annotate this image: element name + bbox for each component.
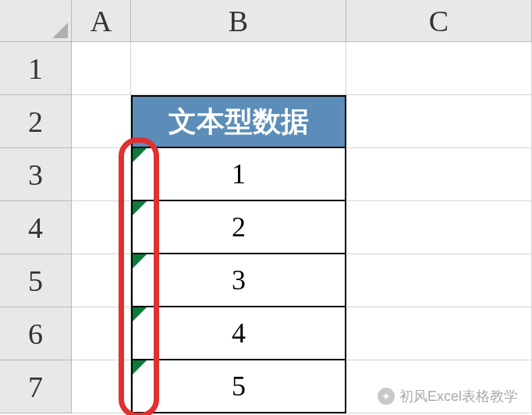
cell-b5[interactable]: 3 xyxy=(131,254,346,307)
cell-a4[interactable] xyxy=(72,201,131,254)
text-format-indicator-icon xyxy=(133,148,147,162)
col-head-c[interactable]: C xyxy=(346,0,532,42)
row-head-5[interactable]: 5 xyxy=(0,254,72,307)
cell-b1[interactable] xyxy=(131,42,346,95)
col-label: A xyxy=(90,4,112,38)
cell-c1[interactable] xyxy=(346,42,532,95)
cell-c4[interactable] xyxy=(346,201,532,254)
text-format-indicator-icon xyxy=(133,360,147,374)
watermark-text: 初风Excel表格教学 xyxy=(399,387,518,406)
row-head-7[interactable]: 7 xyxy=(0,360,72,413)
svg-marker-0 xyxy=(52,23,68,38)
row-label: 5 xyxy=(28,264,43,298)
row-label: 6 xyxy=(28,317,43,351)
select-all-corner[interactable] xyxy=(0,0,72,42)
row-label: 2 xyxy=(28,105,43,139)
spreadsheet: A B C 1 2 3 4 5 6 7 文本型数据 1 xyxy=(0,0,532,415)
row-label: 4 xyxy=(28,211,43,245)
row-label: 1 xyxy=(28,51,43,86)
cell-b7[interactable]: 5 xyxy=(131,360,346,413)
col-head-b[interactable]: B xyxy=(131,0,346,42)
row-head-3[interactable]: 3 xyxy=(0,148,72,201)
cell-value: 5 xyxy=(232,370,246,403)
cell-c5[interactable] xyxy=(346,254,532,307)
cell-b6[interactable]: 4 xyxy=(131,307,346,360)
row-label: 3 xyxy=(28,158,43,192)
watermark: ✦ 初风Excel表格教学 xyxy=(378,387,518,406)
cell-a3[interactable] xyxy=(72,148,131,201)
wechat-icon: ✦ xyxy=(378,388,395,405)
cell-a5[interactable] xyxy=(72,254,131,307)
cell-a7[interactable] xyxy=(72,360,131,413)
cell-c3[interactable] xyxy=(346,148,532,201)
cell-a6[interactable] xyxy=(72,307,131,360)
text-format-indicator-icon xyxy=(133,254,147,268)
cell-a1[interactable] xyxy=(72,42,131,95)
cell-value: 4 xyxy=(232,317,246,349)
cell-grid: 文本型数据 1 2 3 xyxy=(72,42,532,413)
cell-value: 2 xyxy=(232,211,246,243)
text-format-indicator-icon xyxy=(133,201,147,215)
row-head-6[interactable]: 6 xyxy=(0,307,72,360)
cell-c6[interactable] xyxy=(346,307,532,360)
col-head-a[interactable]: A xyxy=(72,0,131,42)
cell-b4[interactable]: 2 xyxy=(131,201,346,254)
row-head-1[interactable]: 1 xyxy=(0,42,72,95)
select-all-icon xyxy=(52,23,68,38)
cell-value: 3 xyxy=(232,264,246,296)
text-format-indicator-icon xyxy=(133,307,147,321)
col-label: C xyxy=(429,4,449,38)
cell-c2[interactable] xyxy=(346,95,532,148)
column-headers: A B C xyxy=(72,0,532,42)
cell-a2[interactable] xyxy=(72,95,131,148)
cell-b3[interactable]: 1 xyxy=(131,148,346,201)
row-headers: 1 2 3 4 5 6 7 xyxy=(0,42,72,413)
cell-value: 1 xyxy=(232,158,246,190)
row-head-4[interactable]: 4 xyxy=(0,201,72,254)
row-head-2[interactable]: 2 xyxy=(0,95,72,148)
row-label: 7 xyxy=(28,370,43,404)
cell-b2-header[interactable]: 文本型数据 xyxy=(131,95,346,148)
col-label: B xyxy=(229,4,248,38)
table-header-text: 文本型数据 xyxy=(168,103,309,141)
